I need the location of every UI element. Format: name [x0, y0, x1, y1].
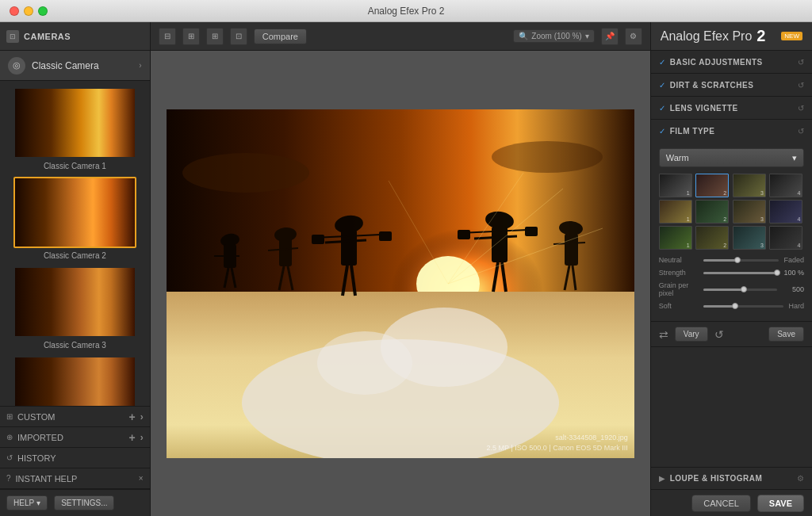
- window-controls[interactable]: [10, 6, 48, 16]
- save-panel-label: Save: [777, 330, 795, 338]
- thumbnail-item-4[interactable]: Classic Camera 4: [6, 356, 144, 406]
- loupe-histogram-title: LOUPE & HISTOGRAM: [670, 474, 792, 483]
- film-swatch-2[interactable]: 2: [695, 174, 729, 197]
- camera-selector[interactable]: ◎ Classic Camera ›: [0, 51, 150, 81]
- thumbnail-item-3[interactable]: Classic Camera 3: [6, 266, 144, 350]
- loupe-histogram-section[interactable]: ▶ LOUPE & HISTOGRAM ⚙: [651, 467, 812, 489]
- sidebar-item-custom[interactable]: ⊞ CUSTOM + ›: [0, 407, 150, 427]
- thumbnail-label-1: Classic Camera 1: [44, 162, 106, 170]
- imported-label: IMPORTED: [17, 433, 124, 442]
- image-metadata: 2.5 MP | ISO 500.0 | Canon EOS 5D Mark I…: [487, 443, 628, 453]
- svg-rect-24: [379, 231, 392, 241]
- basic-adjustments-reset[interactable]: ↺: [798, 58, 804, 67]
- main-image-svg: [167, 109, 634, 458]
- thumbnail-label-2: Classic Camera 2: [44, 251, 106, 260]
- strength-slider[interactable]: [703, 272, 777, 274]
- history-label: HISTORY: [17, 453, 144, 463]
- thumbnail-item-2[interactable]: Classic Camera 2: [6, 177, 144, 260]
- panel-new-badge: NEW: [781, 32, 802, 40]
- film-swatch-3[interactable]: 3: [733, 174, 766, 197]
- section-basic-adjustments: ✓ BASIC ADJUSTMENTS ↺: [651, 51, 812, 74]
- sidebar-sections: ⊞ CUSTOM + › ⊕ IMPORTED + › ↺ HISTORY ? …: [0, 406, 150, 489]
- sidebar-item-instant-help[interactable]: ? INSTANT HELP ×: [0, 468, 150, 489]
- view-icon-btn[interactable]: ⊟: [159, 28, 176, 45]
- film-type-reset[interactable]: ↺: [798, 127, 804, 136]
- loupe-settings-icon[interactable]: ⚙: [797, 474, 804, 483]
- main-container: ⊡ CAMERAS ◎ Classic Camera › Classic Cam…: [0, 22, 812, 516]
- add-custom-icon[interactable]: +: [129, 411, 136, 423]
- save-panel-button[interactable]: Save: [768, 327, 804, 342]
- settings-label: SETTINGS...: [61, 499, 107, 507]
- minimize-button[interactable]: [24, 6, 33, 16]
- film-swatch-10[interactable]: 2: [695, 226, 729, 250]
- main-image-container: salt-3344508_1920.jpg 2.5 MP | ISO 500.0…: [167, 109, 634, 458]
- zoom-control[interactable]: 🔍 Zoom (100 %) ▾: [513, 29, 594, 43]
- film-swatch-12[interactable]: 4: [769, 226, 802, 250]
- film-swatch-5[interactable]: 1: [659, 200, 692, 224]
- film-swatch-9[interactable]: 1: [659, 226, 692, 250]
- film-type-header[interactable]: ✓ FILM TYPE ↺: [651, 120, 812, 142]
- film-swatch-4[interactable]: 4: [769, 174, 802, 197]
- help-label: HELP: [13, 499, 34, 507]
- strength-row: Strength 100 %: [659, 269, 804, 277]
- compare-label: Compare: [262, 32, 298, 41]
- zoom-label: Zoom (100 %): [531, 32, 581, 40]
- custom-icon: ⊞: [6, 412, 13, 421]
- close-button[interactable]: [10, 6, 19, 16]
- panel-title-num: 2: [756, 27, 765, 45]
- view-grid-btn[interactable]: ⊞: [206, 28, 224, 45]
- basic-adjustments-header[interactable]: ✓ BASIC ADJUSTMENTS ↺: [651, 51, 812, 73]
- neutral-faded-row: Neutral Faded: [659, 256, 804, 264]
- soft-hard-slider[interactable]: [703, 305, 784, 308]
- thumbnail-item-1[interactable]: Classic Camera 1: [6, 87, 144, 170]
- image-filename: salt-3344508_1920.jpg: [487, 433, 628, 443]
- settings-icon-btn[interactable]: ⚙: [625, 28, 642, 45]
- chevron-right-icon: ›: [139, 61, 141, 70]
- section-dirt-scratches: ✓ DIRT & SCRATCHES ↺: [651, 74, 812, 97]
- panel-actions: ⇄ Vary ↺ Save: [651, 321, 812, 346]
- sidebar-item-history[interactable]: ↺ HISTORY: [0, 448, 150, 468]
- custom-label: CUSTOM: [17, 412, 124, 422]
- camera-name: Classic Camera: [32, 60, 132, 71]
- view-split-btn[interactable]: ⊞: [182, 28, 200, 45]
- film-swatch-8[interactable]: 4: [769, 200, 802, 224]
- save-button[interactable]: SAVE: [757, 495, 804, 512]
- help-button[interactable]: HELP ▾: [6, 495, 48, 510]
- lens-vignette-check[interactable]: ✓: [659, 104, 665, 113]
- basic-adjustments-check[interactable]: ✓: [659, 58, 665, 67]
- dirt-scratches-header[interactable]: ✓ DIRT & SCRATCHES ↺: [651, 74, 812, 96]
- strength-value: 100 %: [782, 269, 804, 277]
- history-icon: ↺: [6, 453, 13, 462]
- lens-vignette-reset[interactable]: ↺: [798, 104, 804, 113]
- dirt-scratches-check[interactable]: ✓: [659, 81, 665, 90]
- add-imported-icon[interactable]: +: [129, 431, 136, 444]
- neutral-faded-slider[interactable]: [703, 259, 779, 262]
- grain-row: Grain per pixel 500: [659, 281, 804, 297]
- pin-icon-btn[interactable]: 📌: [601, 28, 619, 45]
- shuffle-icon[interactable]: ⇄: [659, 328, 668, 341]
- film-type-check[interactable]: ✓: [659, 127, 665, 136]
- lens-vignette-header[interactable]: ✓ LENS VIGNETTE ↺: [651, 97, 812, 119]
- cameras-icon: ⊡: [6, 30, 19, 43]
- grain-label: Grain per pixel: [659, 281, 699, 297]
- reset-action-icon[interactable]: ↺: [714, 328, 724, 341]
- vary-button[interactable]: Vary: [675, 327, 708, 342]
- view-single-btn[interactable]: ⊡: [230, 28, 247, 45]
- film-swatch-1[interactable]: 1: [659, 174, 692, 197]
- settings-button[interactable]: SETTINGS...: [54, 495, 114, 510]
- app-title: Analog Efex Pro 2: [368, 6, 445, 17]
- thumbnail-image-2: [13, 177, 136, 248]
- thumbnail-label-3: Classic Camera 3: [44, 341, 106, 350]
- grain-slider[interactable]: [703, 289, 777, 291]
- film-swatch-11[interactable]: 3: [733, 226, 766, 250]
- soft-hard-row: Soft Hard: [659, 302, 804, 310]
- film-swatch-7[interactable]: 3: [733, 200, 766, 224]
- compare-button[interactable]: Compare: [254, 29, 307, 44]
- cancel-button[interactable]: CANCEL: [691, 495, 751, 512]
- film-type-dropdown[interactable]: Warm ▾: [659, 148, 804, 167]
- maximize-button[interactable]: [38, 6, 48, 16]
- dirt-scratches-reset[interactable]: ↺: [798, 81, 804, 90]
- sidebar-item-imported[interactable]: ⊕ IMPORTED + ›: [0, 427, 150, 448]
- film-swatch-6[interactable]: 2: [695, 200, 729, 224]
- main-image: [167, 109, 634, 458]
